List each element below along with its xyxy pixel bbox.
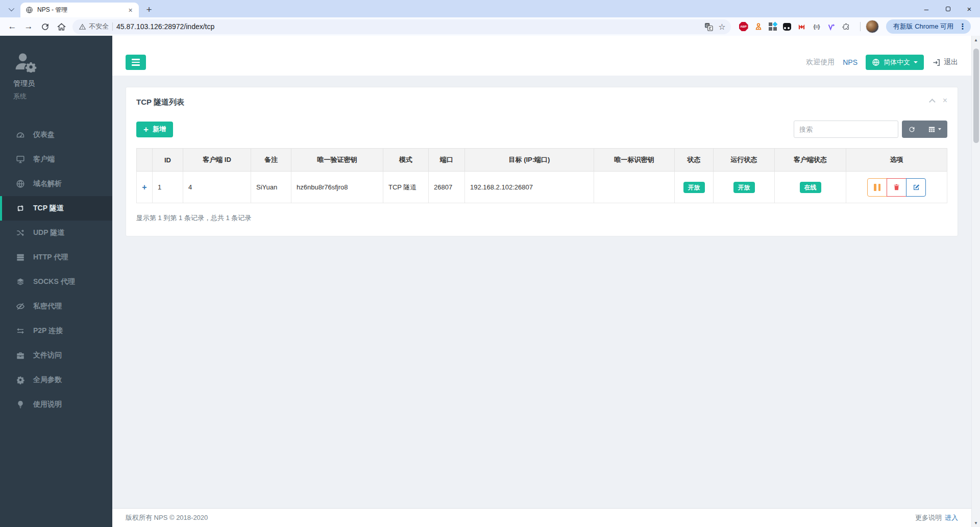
language-label: 简体中文 <box>884 58 910 67</box>
columns-button[interactable] <box>922 121 947 138</box>
orange-extension-icon[interactable] <box>754 22 763 31</box>
col-verify-key[interactable]: 唯一验证密钥 <box>291 149 383 172</box>
user-role: 系统 <box>13 92 112 101</box>
col-client-id[interactable]: 客户端 ID <box>183 149 251 172</box>
sidebar-toggle-button[interactable] <box>126 55 146 70</box>
page: 管理员 系统 仪表盘 客户端 域名解析 TCP 隧道 <box>0 36 980 527</box>
braces-extension-icon[interactable]: {≡} <box>812 22 821 31</box>
sidebar-item-help[interactable]: 使用说明 <box>0 392 112 417</box>
extensions-puzzle-icon[interactable] <box>842 22 851 31</box>
sidebar-item-tcp-tunnel[interactable]: TCP 隧道 <box>0 196 112 221</box>
window-controls: – × <box>916 0 980 17</box>
globe-favicon-icon <box>26 6 33 14</box>
col-remark[interactable]: 备注 <box>251 149 291 172</box>
adblock-extension-icon[interactable]: ABP <box>739 22 748 31</box>
browser-menu-icon[interactable]: ⋮ <box>957 20 969 33</box>
desktop-icon <box>15 155 26 164</box>
col-expand[interactable] <box>137 149 153 172</box>
search-input[interactable] <box>794 121 898 138</box>
delete-tunnel-button[interactable] <box>887 178 906 197</box>
bookmark-star-icon[interactable]: ☆ <box>718 22 725 32</box>
sidebar-item-udp-tunnel[interactable]: UDP 隧道 <box>0 221 112 245</box>
refresh-button[interactable] <box>902 121 922 138</box>
address-bar[interactable]: 不安全 45.87.103.126:28972/index/tcp G ☆ <box>72 19 731 34</box>
sidebar-item-domains[interactable]: 域名解析 <box>0 172 112 196</box>
col-run-status[interactable]: 运行状态 <box>714 149 775 172</box>
server-icon <box>15 253 26 262</box>
user-panel: 管理员 系统 <box>0 36 112 101</box>
tab-search-button[interactable] <box>4 4 17 15</box>
col-id[interactable]: ID <box>153 149 183 172</box>
cell-target: 192.168.2.102:26807 <box>465 172 594 203</box>
reload-button[interactable] <box>38 19 52 34</box>
pause-icon <box>874 184 880 191</box>
scrollbar-thumb[interactable] <box>973 49 979 143</box>
expand-row-icon[interactable]: + <box>142 183 146 191</box>
sidebar-item-dashboard[interactable]: 仪表盘 <box>0 123 112 147</box>
welcome-text: 欢迎使用 <box>806 58 835 67</box>
columns-icon <box>928 126 936 133</box>
sidebar-item-file-access[interactable]: 文件访问 <box>0 343 112 368</box>
duck-extension-icon[interactable] <box>782 22 792 31</box>
globe-icon <box>15 179 26 188</box>
close-button[interactable]: × <box>959 0 980 17</box>
sidebar-item-socks-proxy[interactable]: SOCKS 代理 <box>0 270 112 294</box>
add-tunnel-button[interactable]: + 新增 <box>136 122 173 137</box>
col-port[interactable]: 端口 <box>429 149 465 172</box>
purple-extension-icon[interactable] <box>827 22 836 31</box>
col-options[interactable]: 选项 <box>846 149 947 172</box>
red-extension-icon[interactable] <box>797 22 806 31</box>
sidebar-item-clients[interactable]: 客户端 <box>0 147 112 172</box>
sidebar-item-label: HTTP 代理 <box>33 253 68 262</box>
sidebar-item-label: SOCKS 代理 <box>33 277 75 286</box>
run-status-badge: 开放 <box>733 182 755 193</box>
forward-button[interactable]: → <box>21 19 36 34</box>
col-target[interactable]: 目标 (IP:端口) <box>465 149 594 172</box>
minimize-button[interactable]: – <box>916 0 937 17</box>
back-button[interactable]: ← <box>5 19 19 34</box>
layers-icon <box>15 277 26 286</box>
scroll-up-icon[interactable]: ▲ <box>972 36 980 44</box>
sign-out-icon <box>932 58 941 67</box>
new-tab-button[interactable]: + <box>142 3 156 17</box>
scrollbar[interactable]: ▲ ▼ <box>971 36 980 527</box>
sidebar-item-secret-proxy[interactable]: 私密代理 <box>0 294 112 319</box>
enter-link[interactable]: 进入 <box>945 514 958 521</box>
cell-remark: SiYuan <box>251 172 291 203</box>
caret-down-icon <box>938 128 941 130</box>
home-button[interactable] <box>54 19 68 34</box>
top-navbar: 欢迎使用 NPS 简体中文 退出 <box>112 36 971 76</box>
sidebar-menu: 仪表盘 客户端 域名解析 TCP 隧道 UDP 隧道 <box>0 123 112 417</box>
restore-button[interactable] <box>937 0 959 17</box>
profile-avatar[interactable] <box>866 20 879 33</box>
scroll-down-icon[interactable]: ▼ <box>972 519 980 527</box>
security-chip[interactable]: 不安全 <box>79 22 109 31</box>
col-client-status[interactable]: 客户端状态 <box>775 149 846 172</box>
translate-icon[interactable]: G <box>704 22 713 31</box>
table-tools-group <box>902 121 947 138</box>
cell-client-id: 4 <box>183 172 251 203</box>
sidebar-item-p2p[interactable]: P2P 连接 <box>0 319 112 343</box>
sidebar-item-global-params[interactable]: 全局参数 <box>0 368 112 392</box>
language-dropdown-button[interactable]: 简体中文 <box>866 55 924 70</box>
chrome-update-button[interactable]: 有新版 Chrome 可用 ⋮ <box>886 19 971 34</box>
browser-tab[interactable]: NPS - 管理 × <box>20 3 139 17</box>
page-footer: 版权所有 NPS © 2018-2020 更多说明进入 <box>112 508 971 527</box>
col-mode[interactable]: 模式 <box>383 149 429 172</box>
browser-titlebar: NPS - 管理 × + – × <box>0 0 980 17</box>
pause-tunnel-button[interactable] <box>867 178 887 197</box>
home-icon <box>57 22 66 32</box>
col-unique-key[interactable]: 唯一标识密钥 <box>594 149 675 172</box>
col-status[interactable]: 状态 <box>675 149 714 172</box>
sidebar-item-http-proxy[interactable]: HTTP 代理 <box>0 245 112 270</box>
eye-slash-icon <box>15 302 26 311</box>
brand-link[interactable]: NPS <box>843 58 857 66</box>
squares-extension-icon[interactable] <box>769 22 777 31</box>
logout-button[interactable]: 退出 <box>932 58 958 67</box>
more-help-label: 更多说明 <box>915 514 942 521</box>
client-status-badge: 在线 <box>800 182 821 193</box>
close-panel-icon[interactable]: × <box>943 97 947 105</box>
tab-close-icon[interactable]: × <box>126 6 135 14</box>
edit-tunnel-button[interactable] <box>906 178 926 197</box>
row-actions <box>867 178 926 197</box>
